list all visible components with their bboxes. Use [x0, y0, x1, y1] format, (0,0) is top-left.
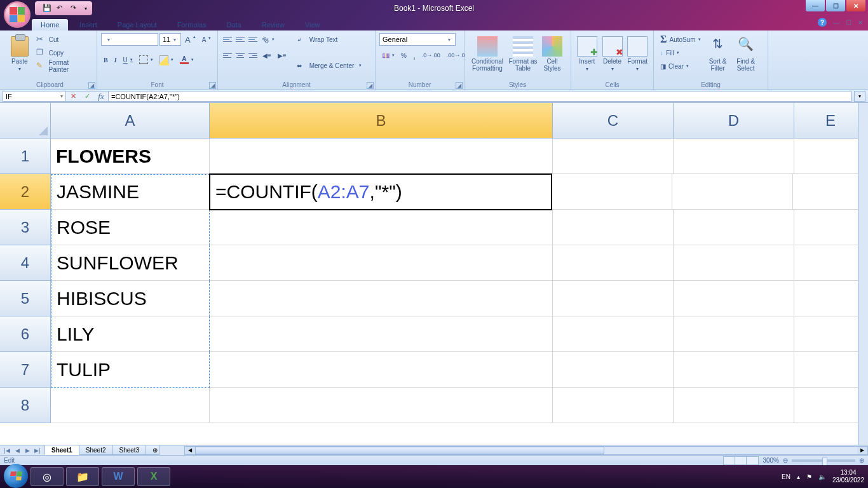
cell-c1[interactable]: [553, 139, 674, 174]
cell-d7[interactable]: [674, 352, 794, 388]
cell-e8[interactable]: [794, 388, 867, 423]
percent-button[interactable]: %: [398, 49, 409, 62]
cell-c3[interactable]: [553, 210, 674, 245]
align-right-button[interactable]: [247, 50, 259, 61]
cell-e5[interactable]: [794, 281, 867, 316]
row-header-3[interactable]: 3: [0, 210, 51, 245]
cell-a1[interactable]: FLOWERS: [51, 139, 210, 174]
cell-a4[interactable]: SUNFLOWER: [51, 245, 210, 281]
align-bottom-button[interactable]: [247, 34, 259, 45]
vertical-scrollbar[interactable]: [858, 103, 868, 445]
font-dialog-launcher[interactable]: ◢: [209, 82, 216, 89]
cell-b4[interactable]: [210, 245, 553, 281]
cell-a5[interactable]: HIBISCUS: [51, 281, 210, 316]
insert-cells-button[interactable]: ✚ Insert▾: [575, 33, 599, 75]
row-header-4[interactable]: 4: [0, 245, 51, 281]
grow-font-button[interactable]: A▴: [182, 33, 198, 46]
cell-b7[interactable]: [210, 352, 553, 388]
name-box[interactable]: IF▾: [3, 91, 66, 102]
row-header-8[interactable]: 8: [0, 388, 51, 423]
fill-button[interactable]: ↓Fill▾: [658, 46, 703, 59]
fx-button[interactable]: fx: [94, 92, 108, 102]
cell-a7[interactable]: TULIP: [51, 352, 210, 388]
column-header-c[interactable]: C: [553, 103, 674, 139]
cell-b5[interactable]: [210, 281, 553, 316]
tab-review[interactable]: Review: [253, 19, 294, 30]
autosum-button[interactable]: ΣAutoSum▾: [658, 33, 703, 46]
delete-cells-button[interactable]: ✖ Delete▾: [600, 33, 625, 75]
tab-formulas[interactable]: Formulas: [168, 19, 215, 30]
align-middle-button[interactable]: [234, 34, 246, 45]
border-button[interactable]: ▾: [137, 53, 156, 66]
scroll-thumb[interactable]: [195, 447, 604, 454]
conditional-formatting-button[interactable]: Conditional Formatting: [468, 33, 506, 75]
merge-center-button[interactable]: ⬌Merge & Center▾: [294, 59, 365, 72]
cell-e6[interactable]: [794, 316, 867, 352]
formula-input[interactable]: =COUNTIF(A2:A7,"*"): [109, 91, 851, 102]
taskbar-app-explorer[interactable]: 📁: [66, 467, 99, 486]
zoom-level[interactable]: 300%: [763, 457, 779, 464]
taskbar-app-browser[interactable]: ◎: [31, 467, 64, 486]
cell-d4[interactable]: [674, 245, 794, 281]
scroll-left-button[interactable]: ◀: [185, 447, 195, 454]
cell-d3[interactable]: [674, 210, 794, 245]
office-button[interactable]: [4, 1, 31, 28]
shrink-font-button[interactable]: A▾: [200, 33, 214, 46]
column-header-b[interactable]: B: [210, 103, 553, 139]
zoom-slider[interactable]: [792, 459, 855, 462]
increase-indent-button[interactable]: ▶≡: [275, 49, 289, 62]
cell-d8[interactable]: [674, 388, 794, 423]
insert-sheet-button[interactable]: ⊕: [146, 445, 159, 455]
alignment-dialog-launcher[interactable]: ◢: [367, 82, 374, 89]
cut-button[interactable]: Cut: [34, 33, 93, 46]
font-color-button[interactable]: A▾: [177, 53, 196, 66]
clipboard-dialog-launcher[interactable]: ◢: [88, 82, 95, 89]
scroll-right-button[interactable]: ▶: [857, 447, 867, 454]
wrap-text-button[interactable]: ⤶Wrap Text: [294, 33, 365, 46]
cell-c2[interactable]: [552, 174, 672, 210]
close-button[interactable]: ✕: [846, 0, 865, 11]
row-header-7[interactable]: 7: [0, 352, 51, 388]
underline-button[interactable]: U▾: [121, 53, 135, 66]
close-workbook-icon[interactable]: ✕: [858, 19, 863, 26]
row-header-2[interactable]: 2: [0, 174, 51, 210]
expand-formula-bar-button[interactable]: ▾: [854, 91, 865, 102]
cell-e1[interactable]: [794, 139, 867, 174]
cell-b3[interactable]: [210, 210, 553, 245]
align-top-button[interactable]: [222, 34, 233, 45]
tab-page-layout[interactable]: Page Layout: [109, 19, 166, 30]
minimize-button[interactable]: —: [806, 0, 825, 11]
cell-d1[interactable]: [674, 139, 794, 174]
cell-b1[interactable]: [210, 139, 553, 174]
taskbar-app-word[interactable]: W: [102, 467, 135, 486]
cell-a8[interactable]: [51, 388, 210, 423]
normal-view-button[interactable]: [724, 457, 735, 464]
cell-e2[interactable]: [793, 174, 866, 210]
cancel-formula-button[interactable]: ✕: [66, 92, 80, 100]
cell-styles-button[interactable]: Cell Styles: [539, 33, 565, 75]
network-icon[interactable]: 🔈: [818, 473, 826, 480]
flag-icon[interactable]: ⚑: [806, 473, 812, 480]
comma-button[interactable]: ,: [410, 49, 418, 62]
cell-d6[interactable]: [674, 316, 794, 352]
sheet-tab-sheet3[interactable]: Sheet3: [112, 445, 147, 455]
cell-b8[interactable]: [210, 388, 553, 423]
help-icon[interactable]: ?: [818, 18, 827, 27]
align-center-button[interactable]: [234, 50, 246, 61]
cell-c4[interactable]: [553, 245, 674, 281]
chevron-down-icon[interactable]: ▾: [18, 66, 21, 72]
cell-c7[interactable]: [553, 352, 674, 388]
bold-button[interactable]: B: [101, 53, 111, 66]
cell-d2[interactable]: [672, 174, 793, 210]
clock[interactable]: 13:04 23/09/2022: [832, 469, 864, 484]
zoom-out-button[interactable]: ⊖: [783, 457, 788, 464]
number-format-combo[interactable]: General▾: [379, 33, 456, 46]
format-painter-button[interactable]: Format Painter: [34, 60, 93, 72]
sheet-tab-sheet2[interactable]: Sheet2: [79, 445, 113, 455]
cell-b6[interactable]: [210, 316, 553, 352]
decrease-indent-button[interactable]: ◀≡: [260, 49, 274, 62]
zoom-in-button[interactable]: ⊕: [859, 457, 864, 464]
taskbar-app-excel[interactable]: X: [137, 467, 170, 486]
horizontal-scrollbar[interactable]: ◀ ▶: [184, 446, 868, 455]
enter-formula-button[interactable]: ✓: [80, 92, 94, 100]
